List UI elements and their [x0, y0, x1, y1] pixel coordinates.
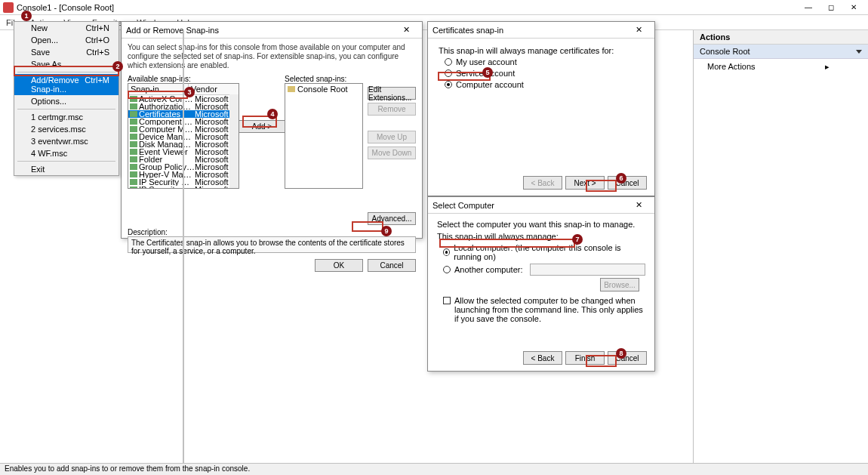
- chevron-right-icon: ▸: [825, 62, 830, 72]
- computer-name-input: [530, 264, 646, 276]
- description-label: Description:: [128, 228, 416, 236]
- menu-recent-4[interactable]: 4 WF.msc: [14, 147, 119, 159]
- callout-8: 8: [616, 348, 626, 359]
- checkbox-allow-change[interactable]: Allow the selected computer to be change…: [443, 296, 645, 323]
- actions-header: Actions: [694, 30, 868, 45]
- callout-3: 3: [184, 87, 195, 97]
- menu-exit[interactable]: Exit: [14, 163, 119, 175]
- menu-add-remove-snapin[interactable]: Add/Remove Snap-in...Ctrl+M: [14, 74, 119, 95]
- snapin-icon: [130, 134, 137, 140]
- app-icon: [3, 2, 14, 13]
- dialog-select-computer: Select Computer ✕ Select the computer yo…: [427, 196, 655, 372]
- next-button[interactable]: Next >: [565, 176, 605, 190]
- remove-button: Remove: [368, 103, 416, 116]
- intro-text: This snap-in will always manage certific…: [439, 46, 644, 55]
- back-button[interactable]: < Back: [523, 351, 562, 365]
- close-button[interactable]: ✕: [842, 1, 865, 14]
- menu-recent-2[interactable]: 2 services.msc: [14, 123, 119, 135]
- callout-5: 5: [482, 67, 493, 78]
- moveup-button: Move Up: [368, 131, 416, 143]
- status-bar: Enables you to add snap-ins to or remove…: [0, 463, 868, 475]
- advanced-button[interactable]: Advanced...: [368, 212, 416, 225]
- snapin-icon: [130, 187, 137, 189]
- browse-button: Browse...: [600, 278, 639, 291]
- file-menu-dropdown: NewCtrl+N Open...Ctrl+O SaveCtrl+S Save …: [14, 21, 119, 176]
- snapin-icon: [130, 156, 137, 162]
- dialog-title: Certificates snap-in ✕: [428, 22, 654, 39]
- snapin-icon: [130, 96, 137, 102]
- close-icon[interactable]: ✕: [395, 25, 417, 35]
- list-item: Console Root: [285, 84, 362, 94]
- snapin-icon: [130, 141, 137, 147]
- menu-options[interactable]: Options...: [14, 95, 119, 107]
- actions-panel: Actions Console Root More Actions▸: [693, 30, 868, 463]
- menu-recent-3[interactable]: 3 eventvwr.msc: [14, 135, 119, 147]
- snapin-icon: [130, 149, 137, 155]
- actions-more[interactable]: More Actions▸: [694, 59, 868, 75]
- close-icon[interactable]: ✕: [627, 200, 650, 210]
- snapin-icon: [130, 164, 137, 170]
- window-title: Console1 - [Console Root]: [17, 3, 797, 12]
- intro-text: Select the computer you want this snap-i…: [437, 220, 645, 229]
- dialog-title: Add or Remove Snap-ins ✕: [122, 22, 422, 39]
- scrollbar[interactable]: [229, 94, 239, 188]
- chevron-up-icon: [856, 50, 862, 54]
- callout-4: 4: [267, 109, 278, 119]
- radio-my-user-account[interactable]: My user account: [445, 57, 644, 66]
- callout-2: 2: [112, 61, 123, 72]
- group-label: This snap-in will always manage:: [437, 232, 645, 241]
- dialog-description: You can select snap-ins for this console…: [128, 43, 416, 70]
- ok-button[interactable]: OK: [315, 259, 363, 272]
- snapin-icon: [130, 126, 137, 132]
- edit-extensions-button[interactable]: Edit Extensions...: [368, 87, 416, 100]
- menu-saveas[interactable]: Save As...: [14, 58, 119, 70]
- callout-9: 9: [381, 226, 392, 236]
- snapin-icon: [130, 171, 137, 177]
- movedown-button: Move Down: [368, 147, 416, 159]
- folder-icon: [288, 86, 295, 92]
- callout-1: 1: [21, 11, 32, 21]
- dialog-title: Select Computer ✕: [428, 197, 654, 214]
- radio-service-account[interactable]: Service account: [445, 69, 644, 78]
- dialog-add-remove-snapins: Add or Remove Snap-ins ✕ You can select …: [121, 21, 423, 239]
- menu-open[interactable]: Open...Ctrl+O: [14, 34, 119, 46]
- menu-save[interactable]: SaveCtrl+S: [14, 46, 119, 58]
- snapin-icon: [130, 179, 137, 185]
- actions-group[interactable]: Console Root: [694, 45, 868, 59]
- menu-new[interactable]: NewCtrl+N: [14, 22, 119, 34]
- cancel-button[interactable]: Cancel: [368, 259, 416, 272]
- radio-local-computer[interactable]: Local computer: (the computer this conso…: [443, 243, 645, 261]
- cancel-button[interactable]: Cancel: [608, 176, 647, 190]
- minimize-button[interactable]: —: [797, 1, 820, 14]
- description-box: The Certificates snap-in allows you to b…: [128, 236, 416, 253]
- back-button: < Back: [523, 176, 562, 190]
- maximize-button[interactable]: ◻: [820, 1, 842, 14]
- selected-label: Selected snap-ins:: [285, 75, 363, 83]
- radio-another-computer[interactable]: Another computer:: [443, 264, 645, 276]
- selected-snapins-list[interactable]: Console Root: [285, 83, 363, 189]
- snapin-icon: [130, 111, 137, 117]
- callout-7: 7: [572, 234, 583, 245]
- add-button[interactable]: Add >: [238, 120, 286, 133]
- radio-computer-account[interactable]: Computer account: [445, 80, 644, 89]
- close-icon[interactable]: ✕: [627, 25, 650, 35]
- titlebar: Console1 - [Console Root] — ◻ ✕: [0, 0, 868, 15]
- snapin-icon: [130, 103, 137, 109]
- cancel-button[interactable]: Cancel: [608, 351, 647, 365]
- callout-6: 6: [616, 173, 626, 184]
- menu-recent-1[interactable]: 1 certmgr.msc: [14, 111, 119, 123]
- snapin-icon: [130, 119, 137, 125]
- finish-button[interactable]: Finish: [565, 351, 605, 365]
- dialog-certificates-snapin: Certificates snap-in ✕ This snap-in will…: [427, 21, 655, 196]
